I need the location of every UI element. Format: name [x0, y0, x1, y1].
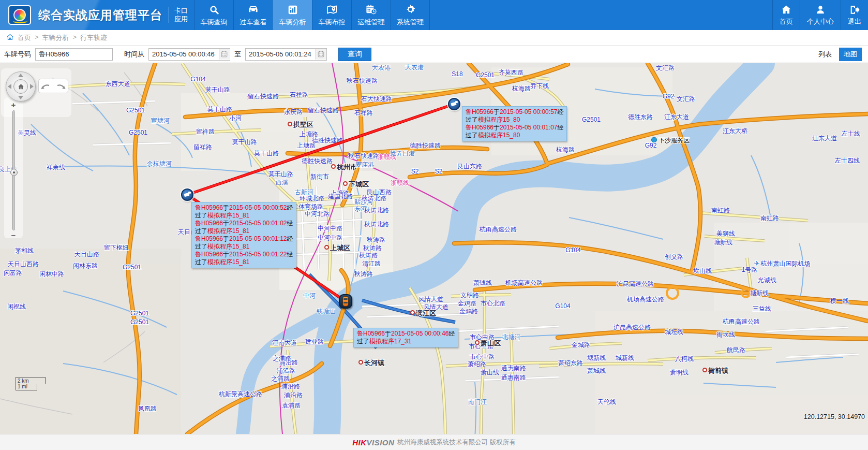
nav-label: 过车查看 [240, 18, 267, 27]
gear-icon [405, 4, 416, 16]
trajectory-popup-1: 鲁H05966于2015-05-05 00:00:57经过了模拟程序15_80鲁… [462, 106, 567, 141]
user-nav-personal-center[interactable]: 个人中心 [800, 0, 841, 30]
chart-icon [287, 4, 298, 16]
car-icon [247, 4, 259, 16]
pan-down-icon[interactable] [18, 96, 23, 99]
map-view-toggle[interactable]: 地图 [839, 48, 862, 61]
checkpoint-marker-1[interactable] [448, 98, 460, 110]
cursor-coordinates: 120.12715, 30.14970 [804, 413, 865, 420]
plate-input[interactable] [35, 48, 113, 61]
time-to-input[interactable] [245, 48, 327, 61]
list-view-toggle[interactable]: 列表 [814, 48, 836, 61]
map-canvas[interactable]: 东西大道G104莫干山路留石快速路石祥路秋石快速路石大快速路大农港大农港S18G… [0, 63, 868, 434]
back-arrow-icon[interactable] [40, 82, 52, 90]
camera-logo-icon [8, 5, 31, 25]
user-nav-label: 个人中心 [807, 17, 834, 26]
nav-passing-vehicle-view[interactable]: 过车查看 [233, 0, 273, 30]
user-icon [815, 4, 826, 16]
vehicle-marker[interactable] [339, 294, 352, 309]
trajectory-layer [0, 63, 868, 434]
to-label: 至 [234, 50, 241, 59]
logout-icon [849, 4, 860, 16]
forward-arrow-icon[interactable] [55, 82, 66, 90]
user-nav-label: 首页 [780, 17, 793, 26]
pan-up-icon[interactable] [18, 74, 23, 77]
plate-label: 车牌号码 [4, 50, 31, 59]
map-history-controls [38, 79, 68, 93]
pan-control[interactable] [6, 71, 36, 101]
nav-label: 车辆分析 [279, 18, 306, 27]
copyright-text: 杭州海康威视系统技术有限公司 版权所有 [397, 438, 515, 447]
breadcrumb-item[interactable]: 行车轨迹 [80, 33, 107, 42]
pan-right-icon[interactable] [30, 84, 34, 89]
application-window: 综合实战应用管理平台 卡口应用 车辆查询过车查看车辆分析车辆布控运维管理系统管理… [0, 0, 868, 450]
map-scalebar: 2 km 1 mi [16, 377, 46, 390]
map-home-button[interactable] [13, 79, 28, 94]
scale-km: 2 km [16, 377, 46, 384]
nav-label: 车辆查询 [201, 18, 228, 27]
app-logo [0, 0, 38, 30]
app-subtitle: 卡口应用 [174, 0, 192, 30]
zoom-track[interactable] [12, 110, 15, 230]
nav-ops-management[interactable]: 运维管理 [351, 0, 391, 30]
calendar-icon[interactable] [316, 49, 326, 60]
nav-vehicle-query[interactable]: 车辆查询 [194, 0, 233, 30]
user-nav-home[interactable]: 首页 [772, 0, 800, 30]
calendar-icon[interactable] [219, 49, 229, 60]
app-header: 综合实战应用管理平台 卡口应用 车辆查询过车查看车辆分析车辆布控运维管理系统管理… [0, 0, 868, 30]
nav-vehicle-surveillance[interactable]: 车辆布控 [312, 0, 351, 30]
map-pin-icon [326, 4, 338, 16]
home-icon [17, 83, 25, 91]
header-divider [169, 7, 169, 23]
time-from-input[interactable] [148, 48, 230, 61]
zoom-handle[interactable] [10, 169, 18, 176]
user-nav: 首页个人中心退出 [772, 0, 868, 30]
app-footer: HIKVISION 杭州海康威视系统技术有限公司 版权所有 [0, 434, 868, 450]
user-nav-label: 退出 [848, 17, 861, 26]
nav-system-management[interactable]: 系统管理 [391, 0, 430, 30]
breadcrumb-item[interactable]: 首页 [18, 33, 31, 42]
app-title: 综合实战应用管理平台 [38, 0, 162, 30]
calendar-clock-icon [365, 4, 377, 16]
search-icon [208, 4, 220, 16]
query-button[interactable]: 查询 [338, 48, 371, 61]
nav-label: 系统管理 [397, 18, 424, 27]
breadcrumb-item[interactable]: 车辆分析 [42, 33, 69, 42]
breadcrumb-separator: > [35, 33, 39, 42]
trajectory-popup-3: 鲁H05966于2015-05-05 00:00:46经过了模拟程序17_31 [353, 328, 458, 347]
nav-label: 运维管理 [358, 18, 385, 27]
user-nav-logout[interactable]: 退出 [841, 0, 868, 30]
breadcrumb-separator: > [73, 33, 77, 42]
checkpoint-marker-2[interactable] [181, 188, 193, 201]
breadcrumb: 首页>车辆分析>行车轨迹 [0, 30, 868, 46]
trajectory-popup-2: 鲁H05966于2015-05-05 00:00:52经过了模拟程序15_81鲁… [191, 202, 296, 268]
hikvision-logo: HIKVISION [352, 438, 394, 447]
time-from-label: 时间从 [124, 50, 144, 59]
pan-left-icon[interactable] [8, 84, 11, 89]
home-icon [781, 4, 792, 16]
zoom-out-icon[interactable]: − [11, 232, 16, 239]
zoom-in-icon[interactable]: + [11, 101, 16, 109]
scale-mi: 1 mi [16, 384, 37, 390]
main-nav: 车辆查询过车查看车辆分析车辆布控运维管理系统管理 [194, 0, 430, 30]
search-toolbar: 车牌号码 时间从 至 查询 列表 地图 [0, 46, 868, 63]
nav-vehicle-analysis[interactable]: 车辆分析 [273, 0, 312, 30]
breadcrumb-home-icon [6, 33, 14, 42]
nav-label: 车辆布控 [319, 18, 346, 27]
zoom-slider[interactable]: + − [6, 101, 21, 239]
